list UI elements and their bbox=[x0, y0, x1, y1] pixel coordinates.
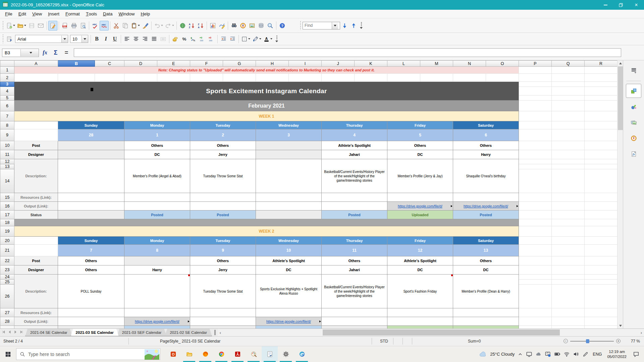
cell[interactable] bbox=[519, 219, 552, 226]
cell[interactable] bbox=[585, 193, 618, 202]
cell[interactable] bbox=[585, 308, 618, 317]
tray-expand-icon[interactable] bbox=[518, 352, 523, 357]
designer-cell[interactable]: DC bbox=[387, 265, 453, 275]
cell[interactable] bbox=[519, 87, 552, 96]
cell[interactable] bbox=[552, 245, 585, 256]
column-header-p[interactable]: P bbox=[519, 61, 552, 67]
row-header-18[interactable]: 18 bbox=[0, 219, 14, 226]
designer-cell[interactable]: Jahari bbox=[322, 265, 387, 275]
cell[interactable] bbox=[552, 141, 585, 150]
row-header-22[interactable]: 22 bbox=[0, 256, 14, 265]
description-cell[interactable]: Shaquille O'neal's birthday bbox=[453, 159, 519, 193]
increase-indent-button[interactable] bbox=[228, 34, 237, 44]
row-header-15[interactable]: 15 bbox=[0, 193, 14, 202]
date-cell[interactable]: 11 bbox=[322, 245, 387, 256]
standard-format-button[interactable]: $% bbox=[189, 34, 198, 44]
auto-spellcheck-button[interactable]: ABC bbox=[100, 21, 109, 31]
cell[interactable] bbox=[552, 150, 585, 159]
resources-cell[interactable] bbox=[322, 308, 387, 317]
toolbar-overflow-icon[interactable] bbox=[360, 22, 363, 29]
cell[interactable] bbox=[519, 202, 552, 210]
resources-cell[interactable] bbox=[256, 193, 322, 202]
horizontal-scrollbar-thumb[interactable] bbox=[323, 329, 559, 336]
navigator-button[interactable] bbox=[238, 21, 248, 31]
day-header-cell[interactable]: Saturday bbox=[453, 121, 519, 129]
grid-corner[interactable] bbox=[0, 61, 14, 67]
cell[interactable] bbox=[585, 159, 618, 164]
cell[interactable] bbox=[322, 74, 355, 82]
scroll-right-icon[interactable]: › bbox=[639, 330, 644, 335]
row-label-post[interactable]: Post bbox=[14, 256, 58, 265]
designer-cell[interactable]: Jerry bbox=[190, 265, 256, 275]
toolbar-overflow-icon[interactable] bbox=[275, 36, 278, 42]
cell[interactable] bbox=[453, 74, 486, 82]
zoom-slider-thumb[interactable] bbox=[586, 339, 589, 343]
titlebar[interactable]: 2022-05-09_1652067295.xlsx - OpenOffice … bbox=[0, 0, 644, 10]
row-header-5[interactable]: 5 bbox=[0, 96, 14, 101]
row-header-17[interactable]: 17 bbox=[0, 210, 14, 219]
formula-input[interactable] bbox=[74, 48, 621, 57]
designer-cell[interactable]: Jerry bbox=[190, 150, 256, 159]
cell[interactable] bbox=[552, 129, 585, 141]
hyperlink-button[interactable] bbox=[178, 21, 187, 31]
designer-cell[interactable]: Others bbox=[58, 265, 124, 275]
resources-cell[interactable] bbox=[190, 308, 256, 317]
sidebar-navigator-panel-button[interactable]: N bbox=[626, 131, 641, 145]
cell[interactable] bbox=[585, 219, 618, 226]
sort-ascending-button[interactable]: AZ bbox=[187, 21, 196, 31]
designer-cell[interactable]: DC bbox=[387, 150, 453, 159]
background-color-button[interactable] bbox=[251, 34, 262, 44]
tray-monitor-icon[interactable] bbox=[526, 351, 532, 357]
designer-cell[interactable]: Harry bbox=[124, 265, 190, 275]
taskbar-app-firefox[interactable] bbox=[197, 346, 213, 362]
sidebar-functions-panel-button[interactable]: fx bbox=[626, 147, 641, 161]
row-header-4[interactable]: 4 bbox=[0, 87, 14, 96]
post-cell[interactable]: Others bbox=[453, 141, 519, 150]
scroll-down-icon[interactable] bbox=[618, 323, 623, 328]
output-link-cell[interactable]: https://drive.google.com/file/d/ bbox=[124, 317, 190, 326]
status-cell[interactable]: Posted bbox=[322, 210, 387, 219]
row-header-10[interactable]: 10 bbox=[0, 141, 14, 150]
date-cell[interactable]: 12 bbox=[387, 245, 453, 256]
output-cell[interactable] bbox=[124, 202, 190, 210]
row-header-24[interactable]: 24 bbox=[0, 275, 14, 280]
cell[interactable] bbox=[585, 256, 618, 265]
cell[interactable] bbox=[519, 210, 552, 219]
styles-button[interactable] bbox=[5, 34, 14, 44]
date-cell[interactable]: 2 bbox=[190, 129, 256, 141]
cell[interactable] bbox=[355, 74, 387, 82]
drive-link[interactable]: https://drive.google.com/file/d/ bbox=[135, 320, 179, 323]
cell[interactable] bbox=[552, 193, 585, 202]
taskbar-app-paint[interactable] bbox=[246, 346, 262, 362]
row-label-post[interactable]: Post bbox=[14, 141, 58, 150]
month-cell[interactable]: February 2021 bbox=[14, 101, 519, 111]
status-cell[interactable]: Uploaded bbox=[453, 326, 519, 329]
output-cell[interactable] bbox=[387, 317, 453, 326]
description-cell[interactable]: Tuesday Throw Some Stat bbox=[190, 275, 256, 308]
chevron-down-icon[interactable] bbox=[82, 36, 88, 43]
day-header-cell[interactable]: Tuesday bbox=[190, 121, 256, 129]
cell[interactable] bbox=[552, 210, 585, 219]
designer-cell[interactable] bbox=[256, 150, 322, 159]
column-header-b[interactable]: B bbox=[58, 61, 95, 67]
row-header-6[interactable]: 6 bbox=[0, 101, 14, 111]
percent-button[interactable]: % bbox=[180, 34, 189, 44]
cell[interactable] bbox=[519, 275, 552, 280]
post-cell[interactable]: Others bbox=[190, 256, 256, 265]
status-cell[interactable] bbox=[58, 326, 124, 329]
cell[interactable] bbox=[14, 237, 58, 245]
status-cell[interactable]: Posted bbox=[190, 210, 256, 219]
cell[interactable] bbox=[519, 280, 552, 285]
cell[interactable] bbox=[552, 226, 585, 237]
day-header-cell[interactable]: Friday bbox=[387, 121, 453, 129]
menu-data[interactable]: Data bbox=[100, 10, 116, 18]
sheet-tab[interactable]: 2021-03 SEF Calendar bbox=[117, 329, 167, 336]
output-cell[interactable] bbox=[453, 317, 519, 326]
output-link-cell[interactable]: https://drive.google.com/file/d/ bbox=[256, 317, 322, 326]
cell[interactable] bbox=[552, 121, 585, 129]
sidebar-settings-button[interactable] bbox=[626, 63, 641, 77]
output-link-cell[interactable]: https://drive.google.com/file/d/ bbox=[453, 202, 519, 210]
cell[interactable] bbox=[585, 96, 618, 101]
resources-cell[interactable] bbox=[387, 193, 453, 202]
cell[interactable] bbox=[519, 129, 552, 141]
